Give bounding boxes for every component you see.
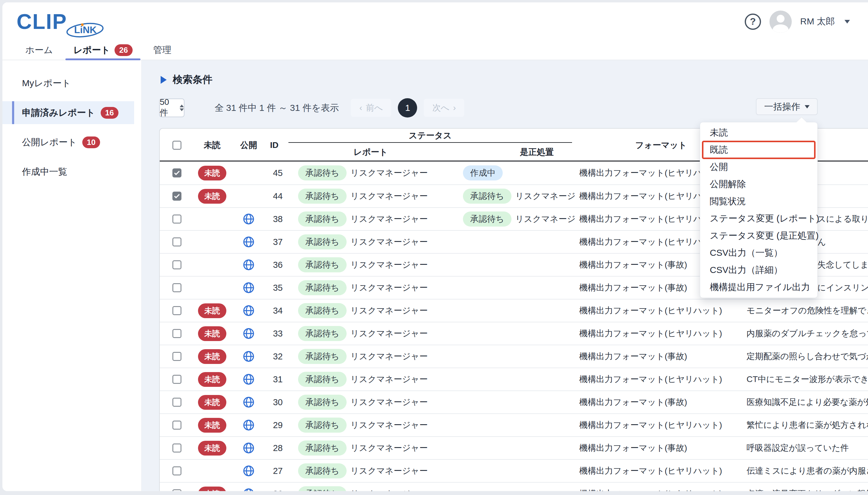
menu-item-公開[interactable]: 公開 [700, 158, 817, 176]
prev-page-button[interactable]: ‹ 前へ [351, 99, 391, 117]
row-checkbox[interactable] [172, 283, 182, 292]
report-id: 32 [262, 345, 286, 368]
tab-管理[interactable]: 管理 [145, 41, 179, 59]
tab-label: レポート [73, 44, 110, 56]
table-row[interactable]: 未読33承認待ちリスクマネージャー機構出力フォーマット(ヒヤリハット)内服薬のダ… [160, 322, 868, 345]
report-status-pill: 承認待ち [298, 441, 346, 456]
format-cell: 機構出力フォーマット(事故) [576, 391, 747, 413]
report-status-owner: リスクマネージャー [351, 488, 428, 491]
user-name[interactable]: RM 太郎 [800, 15, 835, 28]
menu-item-閲覧状況[interactable]: 閲覧状況 [700, 193, 817, 210]
menu-item-CSV出力（一覧）[interactable]: CSV出力（一覧） [700, 244, 817, 261]
correction-status-cell [455, 345, 576, 368]
row-checkbox-cell [160, 414, 189, 436]
unread-badge: 未読 [198, 372, 226, 387]
sidebar-item-Myレポート[interactable]: Myレポート [2, 72, 141, 95]
menu-item-既読[interactable]: 既読 [700, 141, 817, 158]
bulk-actions-button[interactable]: 一括操作 [756, 98, 818, 115]
unread-cell: 未読 [189, 185, 235, 207]
correction-status-pill: 作成中 [463, 166, 503, 181]
menu-item-機構提出用ファイル出力[interactable]: 機構提出用ファイル出力 [700, 279, 817, 296]
row-checkbox[interactable] [172, 421, 182, 430]
row-checkbox[interactable] [172, 466, 182, 475]
report-status-pill: 承認待ち [298, 280, 346, 295]
sidebar-item-label: 申請済みレポート [22, 107, 95, 119]
row-checkbox[interactable] [172, 329, 182, 338]
unread-cell: 未読 [189, 414, 235, 436]
row-checkbox[interactable] [172, 215, 182, 224]
row-checkbox[interactable] [172, 352, 182, 361]
content-cell: 点滴の流量変更をリーダーに報告 [747, 483, 868, 491]
help-icon[interactable]: ? [745, 14, 761, 30]
sidebar-item-公開レポート[interactable]: 公開レポート10 [2, 131, 141, 154]
unread-cell: 未読 [189, 322, 235, 345]
unread-cell: 未読 [189, 368, 235, 390]
table-row[interactable]: 未読31承認待ちリスクマネージャー機構出力フォーマット(ヒヤリハット)CT中にモ… [160, 368, 868, 390]
row-checkbox[interactable] [172, 398, 182, 407]
table-row[interactable]: 未読26承認待ちリスクマネージャー機構出力フォーマット(ヒヤリハット)点滴の流量… [160, 482, 868, 491]
table-row[interactable]: 未読28承認待ちリスクマネージャー機構出力フォーマット(事故)呼吸器設定が誤って… [160, 436, 868, 459]
unread-badge: 未読 [198, 166, 226, 181]
tab-ホーム[interactable]: ホーム [17, 41, 61, 59]
row-checkbox[interactable] [172, 375, 182, 384]
public-cell [235, 345, 262, 368]
row-checkbox[interactable] [172, 489, 182, 491]
page-size-select[interactable]: 50 件 [159, 99, 185, 117]
format-cell: 機構出力フォーマット(事故) [576, 345, 747, 368]
unread-badge: 未読 [198, 418, 226, 433]
row-checkbox[interactable] [172, 306, 182, 315]
report-status-cell: 承認待ちリスクマネージャー [286, 300, 455, 322]
public-cell [235, 437, 262, 459]
correction-status-pill: 承認待ち [463, 189, 511, 204]
chevron-left-icon: ‹ [359, 103, 362, 113]
table-row[interactable]: 未読34承認待ちリスクマネージャー機構出力フォーマット(ヒヤリハット)モニターオ… [160, 299, 868, 322]
page-size-value: 50 件 [160, 97, 176, 118]
search-conditions-toggle[interactable]: 検索条件 [160, 73, 212, 86]
row-checkbox[interactable] [172, 260, 182, 269]
report-status-owner: リスクマネージャー [351, 167, 428, 179]
chevron-down-icon[interactable] [845, 20, 850, 23]
globe-icon [243, 442, 255, 454]
unread-badge: 未読 [198, 189, 226, 204]
report-status-pill: 承認待ち [298, 303, 346, 318]
report-status-pill: 承認待ち [298, 372, 346, 387]
report-status-pill: 承認待ち [298, 395, 346, 410]
report-status-owner: リスクマネージャー [351, 190, 428, 202]
row-checkbox[interactable] [172, 192, 182, 201]
menu-item-ステータス変更 (是正処置)[interactable]: ステータス変更 (是正処置) [700, 227, 817, 244]
current-page-button[interactable]: 1 [398, 98, 417, 118]
unread-cell [189, 208, 235, 230]
menu-item-未読[interactable]: 未読 [700, 124, 817, 141]
select-all-checkbox[interactable] [172, 141, 182, 150]
menu-item-ステータス変更 (レポート)[interactable]: ステータス変更 (レポート) [700, 210, 817, 227]
row-checkbox[interactable] [172, 168, 182, 177]
logo-swoosh-link: LiNK [65, 17, 107, 39]
row-checkbox-cell [160, 185, 189, 207]
table-row[interactable]: 27承認待ちリスクマネージャー機構出力フォーマット(ヒヤリハット)伝達ミスにより… [160, 459, 868, 482]
sidebar-item-label: Myレポート [22, 77, 71, 89]
content-cell: 繁忙により患者に薬が処方されな [747, 414, 868, 436]
unread-cell: 未読 [189, 345, 235, 368]
table-row[interactable]: 未読32承認待ちリスクマネージャー機構出力フォーマット(事故)定期配薬の照らし合… [160, 345, 868, 368]
menu-item-CSV出力（詳細）[interactable]: CSV出力（詳細） [700, 261, 817, 279]
report-status-owner: リスクマネージャー [351, 351, 428, 362]
row-checkbox[interactable] [172, 443, 182, 453]
public-cell [235, 254, 262, 276]
tab-レポート[interactable]: レポート26 [65, 41, 140, 59]
content-cell: 伝達ミスにより患者の薬が内服さ [747, 460, 868, 482]
correction-status-cell [455, 391, 576, 413]
menu-item-公開解除[interactable]: 公開解除 [700, 176, 817, 193]
table-row[interactable]: 未読30承認待ちリスクマネージャー機構出力フォーマット(事故)医療知識不足により… [160, 390, 868, 413]
content-text: 失念してしまっ [817, 259, 868, 271]
globe-icon [243, 396, 255, 408]
sidebar-item-作成中一覧[interactable]: 作成中一覧 [2, 160, 141, 183]
row-checkbox[interactable] [172, 237, 182, 246]
main-tabs: ホームレポート26管理 [2, 41, 868, 60]
row-checkbox-cell [160, 300, 189, 322]
logo-text-clip: CLIP [17, 6, 67, 37]
report-status-pill: 承認待ち [298, 463, 346, 478]
sidebar-item-申請済みレポート[interactable]: 申請済みレポート16 [2, 101, 134, 124]
next-page-button[interactable]: 次へ › [424, 99, 464, 117]
avatar[interactable] [769, 11, 792, 33]
table-row[interactable]: 未読29承認待ちリスクマネージャー機構出力フォーマット(ヒヤリハット)繁忙により… [160, 413, 868, 436]
